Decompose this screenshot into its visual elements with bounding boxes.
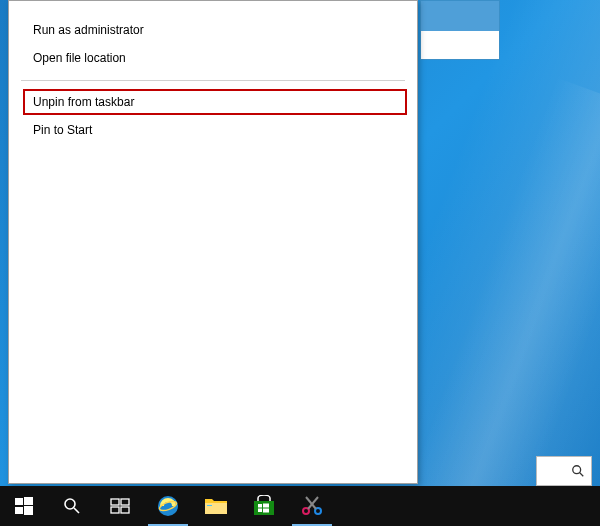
- svg-rect-4: [15, 507, 23, 514]
- svg-rect-19: [263, 509, 269, 513]
- svg-line-23: [306, 497, 316, 509]
- scissors-icon: [300, 494, 324, 518]
- menu-run-as-admin[interactable]: Run as administrator: [9, 17, 417, 45]
- svg-rect-14: [205, 503, 227, 514]
- start-button[interactable]: [0, 486, 48, 526]
- search-icon: [571, 464, 585, 478]
- menu-pin-to-start[interactable]: Pin to Start: [9, 117, 417, 145]
- svg-line-7: [74, 508, 79, 513]
- svg-rect-5: [24, 506, 33, 515]
- background-window: [420, 0, 500, 60]
- internet-explorer-icon: [156, 494, 180, 518]
- svg-rect-11: [121, 507, 129, 513]
- store-icon: [252, 495, 276, 517]
- taskbar-search-button[interactable]: [48, 486, 96, 526]
- svg-line-22: [308, 497, 318, 509]
- taskbar-windows-store[interactable]: [240, 486, 288, 526]
- svg-line-1: [580, 473, 584, 477]
- svg-rect-9: [121, 499, 129, 505]
- svg-point-0: [573, 466, 581, 474]
- task-view-button[interactable]: [96, 486, 144, 526]
- svg-rect-17: [263, 504, 269, 508]
- menu-open-file-location[interactable]: Open file location: [9, 45, 417, 73]
- taskbar-file-explorer[interactable]: [192, 486, 240, 526]
- svg-rect-10: [111, 507, 119, 513]
- folder-icon: [204, 496, 228, 516]
- menu-unpin-from-taskbar[interactable]: Unpin from taskbar: [33, 95, 405, 109]
- taskbar-snipping-tool[interactable]: [288, 486, 336, 526]
- search-icon: [63, 497, 81, 515]
- task-view-icon: [110, 498, 130, 514]
- svg-point-6: [65, 499, 75, 509]
- menu-divider: [21, 80, 405, 81]
- svg-rect-2: [15, 498, 23, 505]
- taskbar: [0, 486, 600, 526]
- svg-rect-15: [207, 505, 212, 506]
- svg-rect-18: [258, 509, 262, 513]
- svg-rect-16: [258, 504, 262, 508]
- search-flyout[interactable]: [536, 456, 592, 486]
- taskbar-context-menu: Run as administrator Open file location …: [8, 0, 418, 484]
- annotation-highlight: Unpin from taskbar: [23, 89, 407, 115]
- svg-rect-8: [111, 499, 119, 505]
- background-window-titlebar: [421, 1, 499, 31]
- windows-logo-icon: [15, 497, 33, 515]
- svg-rect-3: [24, 497, 33, 505]
- taskbar-internet-explorer[interactable]: [144, 486, 192, 526]
